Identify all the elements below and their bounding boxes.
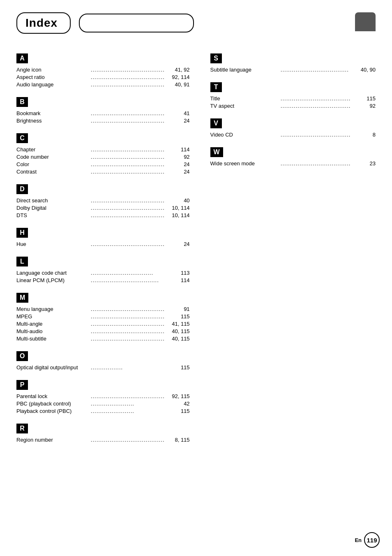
section-letter-w: W: [210, 147, 223, 157]
entry-dots: ........................................…: [91, 328, 165, 334]
entry-page: 8, 115: [165, 437, 190, 443]
entry-page: 114: [165, 277, 190, 283]
section-letter-p: P: [16, 380, 28, 390]
index-section-s: SSubtitle language .....................…: [210, 46, 376, 73]
entry-name: Multi-angle: [16, 321, 91, 327]
index-section-h: HHue ...................................…: [16, 220, 190, 248]
index-section-m: MMenu language .........................…: [16, 285, 190, 342]
index-entries: Hue ....................................…: [16, 240, 190, 248]
entry-dots: ........................................: [91, 74, 165, 80]
index-columns: AAngle icon ............................…: [16, 46, 376, 445]
section-letter-o: O: [16, 351, 28, 361]
index-entry: Playback control (PBC) .................…: [16, 407, 190, 415]
index-section-d: DDirect search .........................…: [16, 177, 190, 219]
page-title: Index: [25, 16, 58, 30]
index-section-a: AAngle icon ............................…: [16, 46, 190, 88]
entry-name: Linear PCM (LPCM): [16, 277, 91, 283]
entry-dots: ........................................…: [91, 110, 165, 116]
section-letter-h: H: [16, 228, 28, 238]
index-section-v: VVideo CD ..............................…: [210, 111, 376, 138]
index-entry: Multi-angle ............................…: [16, 320, 190, 327]
entry-page: 40, 91: [165, 81, 190, 88]
entry-page: 24: [165, 169, 190, 175]
entry-name: Contrast: [16, 169, 91, 175]
entry-page: 40, 115: [165, 336, 190, 342]
entry-name: Chapter: [16, 146, 91, 153]
entry-dots: .......................................: [91, 81, 165, 88]
page-number: 119: [364, 532, 380, 548]
entry-name: Parental lock: [16, 393, 91, 399]
entry-page: 113: [165, 270, 190, 276]
index-entry: Multi-subtitle .........................…: [16, 335, 190, 342]
section-letter-d: D: [16, 184, 28, 194]
page-label: En: [355, 537, 362, 543]
entry-name: MPEG: [16, 313, 91, 320]
entry-dots: ........................................…: [91, 146, 165, 153]
entry-dots: ........................................…: [91, 241, 165, 247]
entry-page: 42: [165, 401, 190, 407]
index-entries: Subtitle language ......................…: [210, 66, 376, 73]
index-entry: Region number ..........................…: [16, 436, 190, 443]
entry-page: 23: [351, 160, 376, 167]
index-entry: Contrast ...............................…: [16, 168, 190, 175]
page-tab: [355, 12, 376, 31]
entry-name: Direct search: [16, 197, 91, 204]
entry-page: 92: [351, 103, 376, 109]
entry-name: Optical digital output/input: [16, 364, 91, 371]
entry-page: 115: [165, 313, 190, 320]
entry-name: Multi-subtitle: [16, 336, 91, 342]
section-letter-t: T: [210, 82, 222, 92]
entry-name: Language code chart: [16, 270, 91, 276]
entry-page: 92, 115: [165, 393, 190, 399]
entry-dots: ........................................…: [91, 169, 165, 175]
entry-name: Title: [210, 95, 281, 102]
right-column: SSubtitle language .....................…: [202, 46, 376, 445]
entry-name: Region number: [16, 437, 91, 443]
entry-name: Wide screen mode: [210, 160, 281, 167]
entry-dots: ........................................…: [91, 313, 165, 320]
index-section-c: CChapter ...............................…: [16, 126, 190, 175]
section-letter-l: L: [16, 257, 28, 266]
entry-dots: ........................................…: [281, 132, 351, 138]
entry-name: PBC (playback control): [16, 401, 91, 407]
index-entries: Language code chart ....................…: [16, 269, 190, 284]
index-entry: Brightness .............................…: [16, 117, 190, 124]
entry-page: 10, 114: [165, 212, 190, 218]
index-section-t: TTitle .................................…: [210, 75, 376, 109]
entry-dots: ........................................…: [91, 205, 165, 211]
entry-dots: .......................................: [91, 437, 165, 443]
page-badge: En 119: [355, 532, 380, 548]
entry-name: Playback control (PBC): [16, 408, 91, 414]
index-entry: Multi-audio ............................…: [16, 327, 190, 335]
entry-name: Dolby Digital: [16, 205, 91, 211]
entry-name: Multi-audio: [16, 328, 91, 334]
entry-dots: ....................................: [91, 277, 165, 283]
entry-dots: ....................................: [281, 67, 351, 73]
index-entry: Code number ............................…: [16, 153, 190, 160]
index-entry: Menu language ..........................…: [16, 305, 190, 313]
index-entry: Color ..................................…: [16, 160, 190, 168]
entry-name: Hue: [16, 241, 91, 247]
index-entry: Direct search ..........................…: [16, 197, 190, 204]
entry-dots: ........................................…: [91, 161, 165, 167]
entry-name: TV aspect: [210, 103, 281, 109]
entry-dots: .......................: [91, 401, 165, 407]
header: Index: [16, 12, 376, 34]
entry-dots: .................................: [91, 270, 165, 276]
index-entry: Subtitle language ......................…: [210, 66, 376, 73]
entry-dots: ........................................…: [91, 321, 165, 327]
index-entry: TV aspect ..............................…: [210, 102, 376, 109]
index-entries: Wide screen mode .......................…: [210, 160, 376, 167]
index-section-b: BBookmark ..............................…: [16, 90, 190, 124]
header-empty-box: [79, 14, 194, 32]
index-entry: Title ..................................…: [210, 95, 376, 102]
entry-name: Menu language: [16, 306, 91, 312]
index-entries: Video CD ...............................…: [210, 131, 376, 138]
entry-page: 92, 114: [165, 74, 190, 80]
section-letter-v: V: [210, 118, 222, 128]
entry-page: 115: [165, 364, 190, 371]
entry-dots: ........................................…: [91, 212, 165, 218]
title-box: Index: [16, 12, 71, 34]
entry-dots: ......................................: [281, 160, 351, 167]
index-section-o: OOptical digital output/input ..........…: [16, 344, 190, 371]
